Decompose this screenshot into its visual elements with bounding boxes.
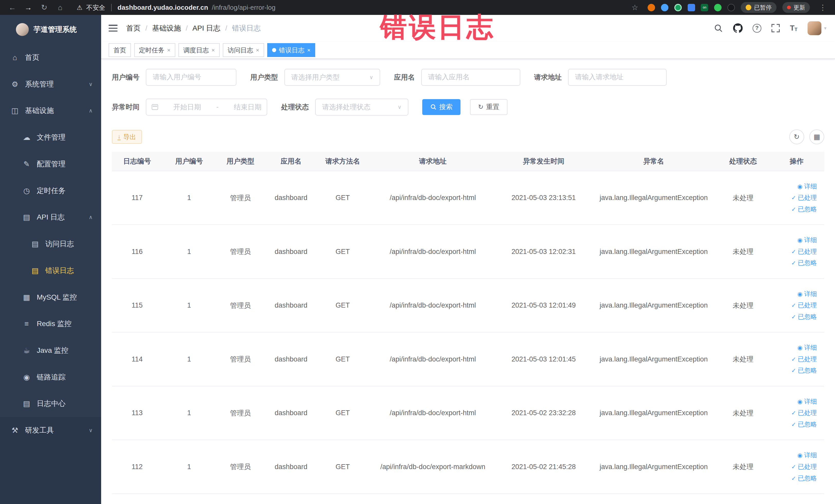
extension-icon[interactable] bbox=[661, 4, 668, 11]
sidebar-item-scheduled-jobs[interactable]: ◷ 定时任务 bbox=[0, 177, 101, 204]
check-icon: ✓ bbox=[791, 367, 796, 374]
tab-home[interactable]: 首页 bbox=[108, 43, 131, 57]
back-icon[interactable]: ← bbox=[5, 3, 19, 12]
sidebar-item-log-center[interactable]: ▤ 日志中心 bbox=[0, 390, 101, 417]
mark-processed-link[interactable]: ✓已处理 bbox=[771, 300, 817, 311]
user-menu[interactable]: ▾ bbox=[808, 21, 827, 35]
mark-processed-link[interactable]: ✓已处理 bbox=[771, 354, 817, 365]
extension-icon[interactable] bbox=[714, 4, 721, 11]
font-size-icon[interactable]: TT bbox=[790, 24, 797, 32]
avatar bbox=[808, 21, 821, 35]
tab-error-log[interactable]: 错误日志 × bbox=[267, 43, 315, 57]
browser-home-icon[interactable]: ⌂ bbox=[53, 3, 67, 12]
sidebar-item-infra[interactable]: ◫ 基础设施 ∧ bbox=[0, 98, 101, 124]
sidebar-item-dev-tools[interactable]: ⚒ 研发工具 ∨ bbox=[0, 417, 101, 444]
user-id-input[interactable] bbox=[146, 69, 237, 86]
extension-icon[interactable] bbox=[648, 4, 655, 11]
column-header: 用户类型 bbox=[216, 152, 265, 171]
close-icon[interactable]: × bbox=[307, 47, 310, 54]
detail-link[interactable]: ◉详细 bbox=[771, 235, 817, 246]
tab-scheduled-jobs[interactable]: 定时任务 × bbox=[134, 43, 175, 57]
sidebar-item-java-monitor[interactable]: ☕ Java 监控 bbox=[0, 337, 101, 364]
tab-schedule-log[interactable]: 调度日志 × bbox=[178, 43, 220, 57]
sidebar-item-file-manage[interactable]: ☁ 文件管理 bbox=[0, 124, 101, 151]
search-button[interactable]: 搜索 bbox=[422, 99, 461, 115]
breadcrumb-item[interactable]: 首页 bbox=[126, 23, 141, 33]
table-row: 112 1 管理员 dashboard GET /api/infra/db-do… bbox=[112, 440, 824, 494]
detail-link[interactable]: ◉详细 bbox=[771, 449, 817, 461]
detail-link[interactable]: ◉详细 bbox=[771, 396, 817, 407]
fullscreen-icon[interactable] bbox=[771, 24, 780, 32]
app-name-input[interactable] bbox=[421, 69, 520, 86]
infrastructure-icon: ◫ bbox=[11, 106, 19, 115]
column-settings-button[interactable]: ▦ bbox=[809, 129, 824, 144]
sidebar: 芋道管理系统 ⌂ 首页 ⚙ 系统管理 ∨ ◫ 基础设施 ∧ ☁ 文件管理 ✎ 配… bbox=[0, 15, 101, 504]
mark-processed-link[interactable]: ✓已处理 bbox=[771, 461, 817, 473]
search-icon[interactable] bbox=[714, 24, 723, 33]
sidebar-item-label: 错误日志 bbox=[45, 266, 74, 276]
mark-ignored-link[interactable]: ✓已忽略 bbox=[771, 204, 817, 215]
request-url-input[interactable] bbox=[568, 69, 667, 86]
sidebar-item-system[interactable]: ⚙ 系统管理 ∨ bbox=[0, 71, 101, 98]
extension-icon[interactable] bbox=[728, 4, 735, 11]
edit-icon: ✎ bbox=[22, 160, 31, 168]
close-icon[interactable]: × bbox=[167, 47, 170, 54]
breadcrumb-item[interactable]: 基础设施 bbox=[152, 23, 181, 33]
github-icon[interactable] bbox=[733, 23, 742, 33]
detail-link[interactable]: ◉详细 bbox=[771, 181, 817, 192]
sidebar-item-home[interactable]: ⌂ 首页 bbox=[0, 44, 101, 71]
mark-processed-link[interactable]: ✓已处理 bbox=[771, 192, 817, 204]
sidebar-item-tracing[interactable]: ◉ 链路追踪 bbox=[0, 364, 101, 390]
search-icon bbox=[430, 104, 436, 110]
mark-ignored-link[interactable]: ✓已忽略 bbox=[771, 311, 817, 323]
toolbox-icon: ⚒ bbox=[11, 426, 19, 435]
column-header: 异常发生时间 bbox=[497, 152, 590, 171]
reload-icon[interactable]: ↻ bbox=[37, 3, 51, 12]
extension-icon[interactable]: on bbox=[701, 4, 708, 11]
export-button[interactable]: ↓ 导出 bbox=[112, 130, 142, 144]
tab-access-log[interactable]: 访问日志 × bbox=[223, 43, 264, 57]
caret-down-icon: ▾ bbox=[824, 25, 826, 31]
sidebar-item-redis-monitor[interactable]: ≡ Redis 监控 bbox=[0, 310, 101, 337]
chrome-update-button[interactable]: 更新 bbox=[782, 2, 810, 13]
check-icon: ✓ bbox=[791, 260, 796, 266]
process-status-select[interactable]: 请选择处理状态 ∨ bbox=[315, 99, 408, 116]
mark-processed-link[interactable]: ✓已处理 bbox=[771, 246, 817, 258]
detail-link[interactable]: ◉详细 bbox=[771, 288, 817, 300]
user-type-select[interactable]: 请选择用户类型 ∨ bbox=[284, 69, 380, 86]
extension-icon[interactable] bbox=[674, 4, 682, 11]
filter-row-2: 异常时间 开始日期 - 结束日期 处理状态 请选择处理状态 ∨ bbox=[112, 99, 824, 116]
address-bar[interactable]: ⚠ 不安全 dashboard.yudao.iocoder.cn/infra/l… bbox=[77, 3, 626, 12]
mark-ignored-link[interactable]: ✓已忽略 bbox=[771, 473, 817, 484]
url-path: /infra/log/api-error-log bbox=[212, 4, 276, 11]
browser-menu-kebab-icon[interactable]: ⋮ bbox=[816, 3, 830, 12]
date-range-picker[interactable]: 开始日期 - 结束日期 bbox=[146, 99, 267, 116]
bookmark-star-icon[interactable]: ☆ bbox=[628, 3, 642, 12]
sidebar-item-api-log[interactable]: ▤ API 日志 ∧ bbox=[0, 204, 101, 230]
sidebar-item-access-log[interactable]: ▤ 访问日志 bbox=[0, 230, 101, 257]
sidebar-item-error-log[interactable]: ▤ 错误日志 bbox=[0, 257, 101, 284]
refresh-table-button[interactable]: ↻ bbox=[789, 129, 804, 144]
breadcrumb-item[interactable]: API 日志 bbox=[192, 23, 221, 33]
mark-ignored-link[interactable]: ✓已忽略 bbox=[771, 419, 817, 430]
reset-button[interactable]: ↻ 重置 bbox=[470, 99, 507, 115]
sidebar-item-mysql-monitor[interactable]: ▦ MySQL 监控 bbox=[0, 284, 101, 311]
paused-extension-button[interactable]: 已暂停 bbox=[741, 2, 776, 13]
check-icon: ✓ bbox=[791, 463, 796, 470]
extension-icon[interactable] bbox=[688, 4, 695, 11]
close-icon[interactable]: × bbox=[256, 47, 259, 54]
sidebar-toggle-icon[interactable] bbox=[108, 25, 118, 32]
mark-ignored-link[interactable]: ✓已忽略 bbox=[771, 365, 817, 377]
grid-icon: ▦ bbox=[814, 133, 820, 141]
close-icon[interactable]: × bbox=[211, 47, 215, 54]
mark-ignored-link[interactable]: ✓已忽略 bbox=[771, 257, 817, 269]
help-icon[interactable]: ? bbox=[753, 24, 761, 32]
forward-icon[interactable]: → bbox=[21, 3, 35, 12]
page-content: 用户编号 用户类型 请选择用户类型 ∨ 应用名 请求地址 bbox=[101, 59, 835, 504]
sidebar-item-config-manage[interactable]: ✎ 配置管理 bbox=[0, 151, 101, 177]
view-icon: ◉ bbox=[797, 183, 803, 190]
app-logo[interactable]: 芋道管理系统 bbox=[0, 15, 101, 44]
date-end-placeholder: 结束日期 bbox=[234, 102, 262, 112]
detail-link[interactable]: ◉详细 bbox=[771, 342, 817, 354]
mark-processed-link[interactable]: ✓已处理 bbox=[771, 407, 817, 419]
